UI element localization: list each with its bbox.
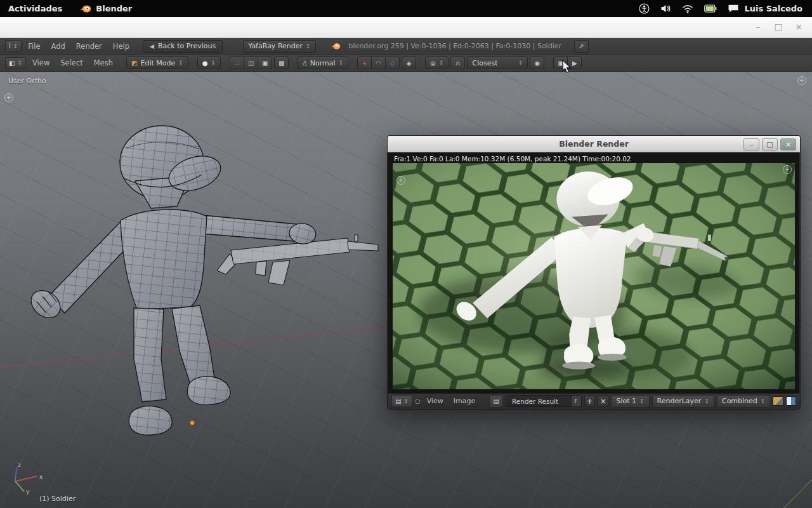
axis-gizmo: x Y z bbox=[9, 461, 46, 495]
menu-image[interactable]: Image bbox=[450, 397, 479, 405]
image-browse-button[interactable]: ▤ bbox=[489, 395, 503, 408]
username-label: Luis Salcedo bbox=[744, 4, 802, 13]
back-arrow-icon: ◀ bbox=[150, 43, 154, 50]
proportional-edit-select[interactable]: ◎ ↕ bbox=[425, 57, 449, 69]
maximize-button[interactable]: □ bbox=[773, 22, 784, 32]
unlink-image-button[interactable]: × bbox=[598, 395, 608, 407]
region-expand-icon[interactable]: + bbox=[4, 93, 13, 102]
viewport-shading-select[interactable]: ● ↕ bbox=[197, 57, 221, 69]
back-to-previous-button[interactable]: ◀ Back to Previous bbox=[143, 40, 223, 53]
render-stats-label: Fra:1 Ve:0 Fa:0 La:0 Mem:10.32M (6.50M, … bbox=[393, 154, 795, 163]
snap-target-button[interactable]: ◉ bbox=[530, 57, 544, 69]
scene-stats-label: blender.org 259 | Ve:0-1036 | Ed:0-2063 … bbox=[349, 42, 561, 50]
app-menu-button[interactable]: Blender bbox=[80, 4, 132, 13]
menu-render[interactable]: Render bbox=[72, 42, 107, 51]
window-titlebar[interactable]: – □ × bbox=[0, 17, 812, 38]
editor-type-select[interactable]: ◧ ↕ bbox=[5, 57, 26, 69]
render-slot-select[interactable]: Slot 1 ↕ bbox=[611, 395, 649, 408]
layer-value: RenderLayer bbox=[657, 397, 702, 405]
manipulator-translate-button[interactable]: + bbox=[357, 57, 372, 69]
active-object-label: (1) Soldier bbox=[39, 495, 75, 503]
close-button[interactable]: × bbox=[780, 138, 796, 150]
occlude-geometry-button[interactable]: ▩ bbox=[274, 57, 289, 69]
axis-y-label: Y bbox=[25, 490, 30, 495]
render-engine-value: YafaRay Render bbox=[248, 42, 303, 50]
blender-logo-icon bbox=[331, 43, 341, 50]
editor-type-select[interactable]: ▤ ↕ bbox=[391, 395, 412, 407]
render-layer-select[interactable]: RenderLayer ↕ bbox=[652, 395, 714, 408]
menu-add[interactable]: Add bbox=[47, 42, 70, 51]
manipulator-space-button[interactable]: ◈ bbox=[402, 57, 416, 69]
orientation-axis-icon: ∆ bbox=[303, 60, 307, 67]
menu-mesh[interactable]: Mesh bbox=[89, 58, 117, 67]
edit-mode-icon: ◩ bbox=[131, 60, 137, 67]
wifi-icon[interactable] bbox=[682, 4, 693, 13]
render-window-titlebar[interactable]: Blender Render – □ × bbox=[388, 136, 800, 152]
image-editor-header: ▤ ↕ ○ View Image ▤ Render Result F + × S… bbox=[388, 393, 800, 409]
manipulator-rotate-button[interactable]: ◠ bbox=[371, 57, 386, 69]
menu-file[interactable]: File bbox=[23, 42, 44, 51]
fullscreen-button[interactable]: ⇗ bbox=[574, 40, 589, 53]
render-scene bbox=[393, 163, 795, 389]
snap-mode-value: Closest bbox=[472, 59, 497, 67]
mode-select[interactable]: ◩ Edit Mode ↕ bbox=[126, 57, 188, 69]
image-name-value: Render Result bbox=[506, 398, 571, 405]
rendered-image[interactable]: + + bbox=[393, 163, 795, 389]
display-channels-icon[interactable] bbox=[786, 396, 796, 406]
vertex-select-button[interactable]: ∷ bbox=[230, 57, 244, 69]
render-engine-select[interactable]: YafaRay Render ↕ bbox=[243, 40, 315, 53]
edge-select-button[interactable]: ◫ bbox=[244, 57, 258, 69]
proportional-edit-icon: ◎ bbox=[430, 60, 436, 67]
view3d-header: ◧ ↕ View Select Mesh ◩ Edit Mode ↕ ● ↕ ∷… bbox=[0, 55, 812, 72]
region-expand-icon[interactable]: + bbox=[396, 176, 405, 185]
chevron-updown-icon: ↕ bbox=[518, 60, 523, 66]
object-origin-dot bbox=[190, 421, 195, 425]
close-button[interactable]: × bbox=[793, 22, 804, 32]
battery-icon[interactable] bbox=[704, 4, 717, 13]
snap-toggle-button[interactable]: ∩ bbox=[450, 57, 465, 69]
view-name-label: User Ortho bbox=[8, 77, 46, 85]
paint-mode-icon[interactable] bbox=[773, 396, 783, 406]
image-name-field[interactable]: Render Result F bbox=[506, 395, 582, 407]
snap-element-select[interactable]: Closest ↕ bbox=[467, 57, 528, 69]
mode-value: Edit Mode bbox=[141, 59, 176, 67]
screen: Actividades Blender bbox=[0, 0, 812, 508]
menu-select[interactable]: Select bbox=[56, 58, 87, 67]
info-editor-icon: i bbox=[9, 43, 11, 50]
face-select-button[interactable]: ▣ bbox=[258, 57, 272, 69]
region-expand-icon[interactable]: + bbox=[797, 76, 806, 85]
editor-type-select[interactable]: i ↕ bbox=[5, 40, 22, 52]
chevron-updown-icon: ↕ bbox=[13, 43, 18, 50]
gnome-top-bar: Actividades Blender bbox=[0, 0, 812, 17]
manipulator-scale-button[interactable]: ◇ bbox=[385, 57, 400, 69]
minimize-button[interactable]: – bbox=[752, 22, 764, 32]
pass-value: Combined bbox=[722, 397, 757, 405]
shading-sphere-icon: ● bbox=[202, 60, 208, 67]
orientation-value: Normal bbox=[310, 59, 336, 67]
menu-view[interactable]: View bbox=[28, 58, 54, 67]
image-editor-icon: ▤ bbox=[395, 398, 401, 404]
maximize-button[interactable]: □ bbox=[762, 138, 778, 150]
menu-view[interactable]: View bbox=[423, 397, 447, 405]
user-menu-button[interactable]: Luis Salcedo bbox=[728, 4, 802, 13]
app-name-label: Blender bbox=[96, 4, 132, 13]
fake-user-button[interactable]: F bbox=[571, 396, 581, 406]
chevron-updown-icon: ↕ bbox=[211, 60, 216, 66]
activities-button[interactable]: Actividades bbox=[8, 4, 62, 13]
render-pass-select[interactable]: Combined ↕ bbox=[717, 395, 770, 408]
info-header: i ↕ File Add Render Help ◀ Back to Previ… bbox=[0, 38, 812, 55]
axis-x-label: x bbox=[39, 474, 43, 480]
accessibility-icon[interactable] bbox=[639, 3, 650, 14]
minimize-button[interactable]: – bbox=[743, 138, 759, 150]
view3d-editor-icon: ◧ bbox=[9, 60, 15, 67]
transform-orientation-select[interactable]: ∆ Normal ↕ bbox=[298, 57, 348, 69]
chevron-updown-icon: ↕ bbox=[439, 60, 444, 66]
render-result-window[interactable]: Blender Render – □ × Fra:1 Ve:0 Fa:0 La:… bbox=[387, 135, 801, 410]
chat-icon bbox=[728, 4, 739, 13]
new-image-button[interactable]: + bbox=[584, 395, 595, 407]
pin-icon[interactable]: ○ bbox=[415, 398, 421, 404]
region-expand-icon[interactable]: + bbox=[783, 165, 792, 174]
menu-help[interactable]: Help bbox=[108, 42, 134, 51]
volume-icon[interactable] bbox=[660, 4, 671, 13]
chevron-updown-icon: ↕ bbox=[306, 43, 311, 50]
